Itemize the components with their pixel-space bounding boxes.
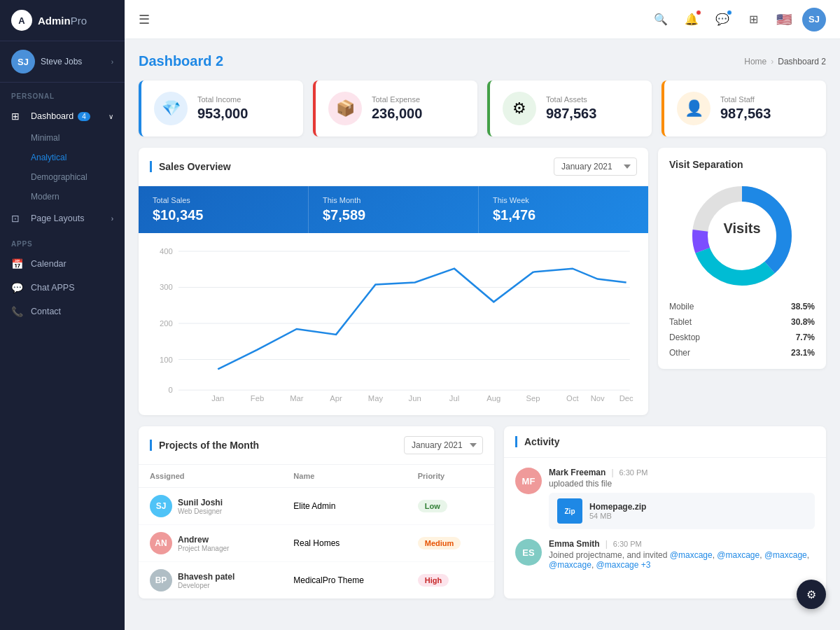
search-button[interactable]: 🔍 (648, 7, 673, 32)
sidebar-item-minimal[interactable]: Minimal (0, 128, 125, 148)
page-header: Dashboard 2 Home › Dashboard 2 (139, 53, 826, 69)
notifications-dot (696, 10, 701, 15)
priority-badge-1: Low (418, 500, 447, 512)
priority-badge-2: Medium (418, 537, 461, 550)
sidebar-item-modern[interactable]: Modern (0, 187, 125, 206)
this-month-value: $7,589 (323, 207, 464, 223)
mention-link-5[interactable]: @maxcage +3 (596, 560, 651, 570)
assignee-cell-1: SJ Sunil Joshi Web Designer (139, 488, 282, 525)
topbar: ☰ 🔍 🔔 💬 ⊞ 🇺🇸 SJ (125, 0, 840, 39)
activity-time-2: 6:30 PM (613, 540, 642, 548)
notifications-button[interactable]: 🔔 (679, 7, 704, 32)
breadcrumb: Home › Dashboard 2 (744, 57, 826, 66)
assignee-name-1: Sunil Joshi (178, 498, 223, 507)
sales-date-select[interactable]: January 2021 February 2021 (554, 158, 637, 176)
grid-button[interactable]: ⊞ (741, 7, 766, 32)
panel-right: Visit Separation (658, 148, 826, 415)
sales-chart: 400 300 200 100 0 Jan Feb (139, 233, 648, 415)
sidebar-contact-label: Contact (31, 307, 61, 316)
other-label: Other (669, 348, 690, 358)
panel-left: Sales Overview January 2021 February 202… (139, 148, 648, 415)
sidebar-item-demographical[interactable]: Demographical (0, 167, 125, 187)
mention-link-3[interactable]: @maxcage (764, 550, 807, 560)
sales-overview-title: Sales Overview (150, 161, 231, 172)
projects-title: Projects of the Month (150, 440, 259, 451)
topbar-avatar[interactable]: SJ (802, 8, 826, 31)
activity-sep-2: | (606, 539, 608, 549)
language-button[interactable]: 🇺🇸 (771, 7, 797, 32)
sidebar-item-chat-apps[interactable]: 💬 Chat APPS (0, 276, 125, 300)
priority-cell-2: Medium (407, 525, 494, 562)
menu-toggle-icon[interactable]: ☰ (139, 12, 150, 27)
dashboard-icon: ⊞ (11, 111, 24, 122)
messages-dot (727, 10, 732, 15)
sales-card-header: Sales Overview January 2021 February 202… (139, 148, 648, 186)
sidebar-dashboard-label: Dashboard (31, 111, 74, 121)
sidebar-item-analytical[interactable]: Analytical (0, 148, 125, 167)
sales-metrics: Total Sales $10,345 This Month $7,589 Th… (139, 186, 648, 233)
assignee-avatar-2: AN (150, 532, 172, 554)
activity-header: Activity (504, 426, 826, 458)
svg-text:Jan: Jan (211, 394, 224, 402)
staff-value: 987,563 (720, 106, 771, 122)
col-priority: Priority (407, 465, 494, 488)
total-sales-label: Total Sales (153, 196, 294, 204)
breadcrumb-separator: › (771, 57, 774, 66)
mention-link-2[interactable]: @maxcage (717, 550, 760, 560)
desktop-value: 7.7% (796, 332, 815, 342)
breadcrumb-home[interactable]: Home (744, 57, 766, 66)
sidebar: A AdminPro SJ Steve Jobs › PERSONAL ⊞ Da… (0, 0, 125, 630)
svg-text:Jun: Jun (409, 394, 421, 402)
activity-content-2: Emma Smith | 6:30 PM Joined projectname,… (549, 539, 815, 570)
stat-staff-info: Total Staff 987,563 (720, 95, 771, 122)
assets-label: Total Assets (546, 95, 596, 104)
svg-text:Jul: Jul (449, 394, 459, 402)
fab-settings-button[interactable]: ⚙ (797, 580, 826, 609)
assignee-wrap-2: AN Andrew Project Manager (150, 532, 271, 554)
staff-icon: 👤 (677, 92, 710, 125)
page-layouts-icon: ⊡ (11, 213, 24, 224)
other-value: 23.1% (791, 348, 815, 358)
svg-text:400: 400 (160, 247, 173, 255)
mobile-value: 38.5% (791, 302, 815, 312)
stat-card-expense: 📦 Total Expense 236,000 (313, 80, 477, 136)
svg-text:Nov: Nov (591, 394, 605, 402)
sidebar-item-dashboard[interactable]: ⊞ Dashboard 4 ∨ (0, 104, 125, 128)
sidebar-user[interactable]: SJ Steve Jobs › (0, 41, 125, 83)
visit-separation-title: Visit Separation (669, 159, 815, 170)
svg-text:Mar: Mar (290, 394, 304, 402)
calendar-icon: 📅 (11, 258, 24, 270)
user-avatar: SJ (11, 50, 35, 74)
assignee-avatar-1: SJ (150, 495, 172, 517)
stat-expense-info: Total Expense 236,000 (372, 95, 422, 122)
panels-row: Sales Overview January 2021 February 202… (139, 148, 826, 415)
projects-header: Projects of the Month January 2021 (139, 426, 494, 465)
income-label: Total Income (197, 95, 248, 104)
sidebar-item-contact[interactable]: 📞 Contact (0, 300, 125, 323)
sidebar-item-page-layouts[interactable]: ⊡ Page Layouts › (0, 206, 125, 230)
activity-avatar-2: ES (515, 539, 542, 566)
chat-apps-icon: 💬 (11, 282, 24, 293)
sidebar-item-calendar[interactable]: 📅 Calendar (0, 252, 125, 276)
visit-separation-card: Visit Separation (658, 148, 826, 369)
messages-button[interactable]: 💬 (710, 7, 735, 32)
sidebar-calendar-label: Calendar (31, 259, 66, 269)
activity-item-1: MF Mark Freeman | 6:30 PM uploaded this … (515, 468, 815, 529)
svg-text:Feb: Feb (251, 394, 264, 402)
svg-text:Dec: Dec (620, 394, 634, 402)
activity-card: Activity MF Mark Freeman | 6:30 PM uploa… (504, 426, 826, 598)
sales-chart-svg: 400 300 200 100 0 Jan Feb (150, 244, 637, 404)
mention-link-1[interactable]: @maxcage (670, 550, 713, 560)
projects-date-select[interactable]: January 2021 (404, 436, 483, 454)
visit-stat-tablet: Tablet 30.8% (669, 317, 815, 327)
mention-link-4[interactable]: @maxcage (549, 560, 592, 570)
contact-icon: 📞 (11, 306, 24, 317)
desktop-label: Desktop (669, 332, 700, 342)
svg-text:Sep: Sep (526, 394, 540, 402)
stats-row: 💎 Total Income 953,000 📦 Total Expense 2… (139, 80, 826, 136)
this-week-value: $1,476 (493, 207, 634, 223)
this-week-label: This Week (493, 196, 634, 204)
stat-card-assets: ⚙ Total Assets 987,563 (487, 80, 652, 136)
svg-text:May: May (368, 394, 384, 402)
activity-avatar-1: MF (515, 468, 542, 494)
